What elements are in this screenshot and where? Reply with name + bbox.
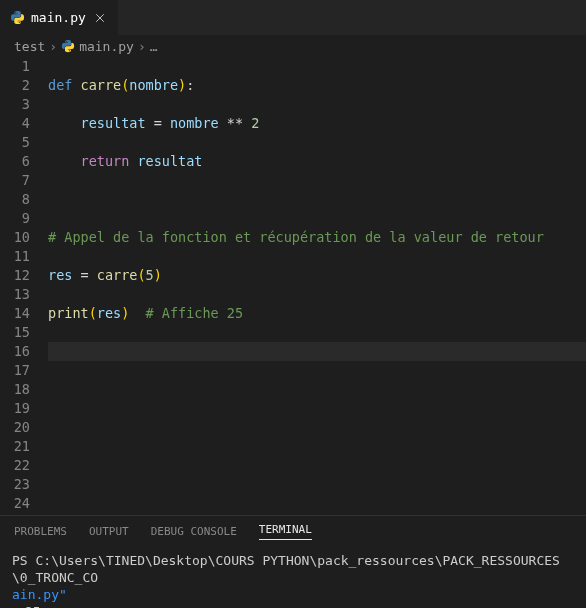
tab-terminal[interactable]: TERMINAL xyxy=(259,523,312,540)
tab-bar: main.py xyxy=(0,0,586,35)
tab-problems[interactable]: PROBLEMS xyxy=(14,525,67,538)
chevron-right-icon: › xyxy=(138,39,146,54)
terminal-output[interactable]: PS C:\Users\TINED\Desktop\COURS PYTHON\p… xyxy=(0,546,586,608)
chevron-right-icon: › xyxy=(49,39,57,54)
breadcrumb[interactable]: test › main.py › … xyxy=(0,35,586,57)
tab-output[interactable]: OUTPUT xyxy=(89,525,129,538)
close-icon[interactable] xyxy=(92,10,108,26)
breadcrumb-folder: test xyxy=(14,39,45,54)
breadcrumb-file: main.py xyxy=(79,39,134,54)
terminal-line: PS C:\Users\TINED\Desktop\COURS PYTHON\p… xyxy=(12,553,560,585)
python-file-icon xyxy=(10,10,25,25)
panel-tabs: PROBLEMS OUTPUT DEBUG CONSOLE TERMINAL xyxy=(0,516,586,546)
editor-tab-main[interactable]: main.py xyxy=(0,0,119,35)
python-file-icon xyxy=(61,39,75,53)
breadcrumb-more: … xyxy=(150,39,158,54)
tab-debug-console[interactable]: DEBUG CONSOLE xyxy=(151,525,237,538)
terminal-line: 25 xyxy=(25,604,41,608)
tab-filename: main.py xyxy=(31,10,86,25)
terminal-line: ain.py" xyxy=(12,587,67,602)
bottom-panel: PROBLEMS OUTPUT DEBUG CONSOLE TERMINAL P… xyxy=(0,515,586,608)
